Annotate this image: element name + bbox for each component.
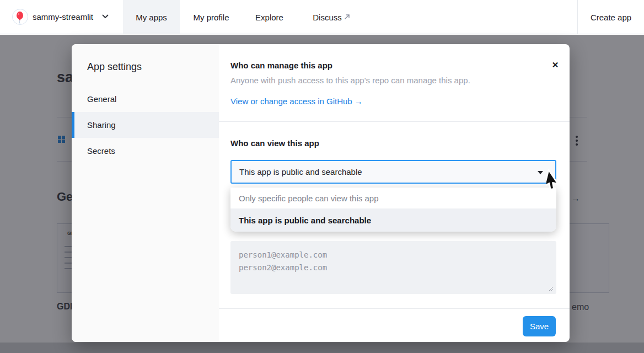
option-specific-people[interactable]: Only specific people can view this app (230, 188, 556, 208)
divider (219, 308, 570, 309)
sidebar-title: App settings (87, 61, 142, 73)
app-settings-modal: App settings General Sharing Secrets ✕ W… (72, 44, 570, 342)
sidebar-item-secrets[interactable]: Secrets (72, 138, 219, 164)
sidebar-item-sharing[interactable]: Sharing (72, 112, 219, 138)
viewer-emails-textarea[interactable]: person1@example.com person2@example.com (230, 241, 556, 294)
caret-down-icon (538, 171, 543, 174)
screen: sa Get → GD GDP emo (0, 0, 644, 353)
external-link-icon (344, 13, 351, 20)
option-public-searchable[interactable]: This app is public and searchable (230, 208, 556, 232)
visibility-select[interactable]: This app is public and searchable (230, 160, 556, 184)
manage-section-title: Who can manage this app (230, 61, 332, 70)
close-icon[interactable]: ✕ (549, 58, 562, 72)
chevron-down-icon[interactable] (102, 14, 109, 19)
textarea-placeholder-line: person1@example.com (239, 249, 549, 261)
sidebar-item-general[interactable]: General (72, 86, 219, 112)
workspace-avatar[interactable] (12, 9, 28, 25)
settings-sidebar: App settings General Sharing Secrets (72, 44, 219, 342)
resize-handle-icon[interactable] (549, 286, 554, 291)
balloon-icon (13, 9, 28, 24)
textarea-placeholder-line: person2@example.com (239, 261, 549, 274)
top-nav: sammy-streamlit My apps My profile Explo… (0, 0, 644, 34)
tab-my-profile[interactable]: My profile (184, 0, 239, 34)
manage-section-subtitle: Anyone with push access to this app's re… (230, 76, 470, 85)
github-access-link[interactable]: View or change access in GitHub → (230, 97, 363, 106)
visibility-select-value: This app is public and searchable (239, 167, 362, 176)
divider (219, 121, 570, 122)
tab-my-apps[interactable]: My apps (123, 0, 180, 34)
visibility-dropdown-menu: Only specific people can view this app T… (230, 188, 556, 232)
save-button[interactable]: Save (523, 316, 556, 336)
workspace-switcher[interactable]: sammy-streamlit (33, 12, 93, 22)
view-section-title: Who can view this app (230, 138, 319, 148)
tab-explore[interactable]: Explore (246, 0, 292, 34)
create-app-button[interactable]: Create app (578, 0, 644, 34)
sharing-panel: ✕ Who can manage this app Anyone with pu… (219, 44, 570, 342)
